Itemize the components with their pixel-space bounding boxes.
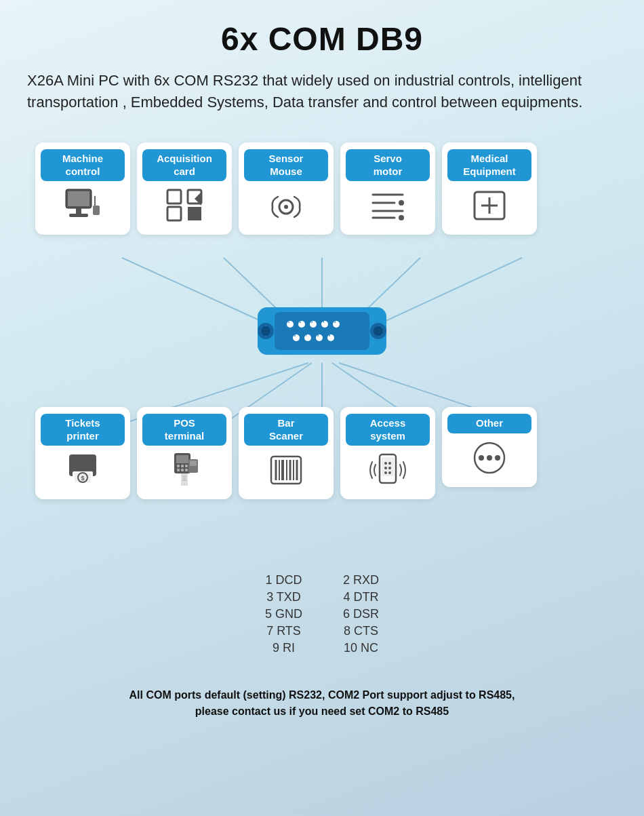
svg-rect-67 <box>181 469 184 471</box>
card-other-label: Other <box>447 414 531 433</box>
svg-rect-13 <box>69 214 88 217</box>
card-servo-motor-label: Servomotor <box>346 149 430 182</box>
card-acquisition-card: Acquisitioncard <box>137 142 232 235</box>
svg-point-53 <box>261 326 270 336</box>
svg-point-86 <box>388 462 391 465</box>
svg-rect-63 <box>177 465 180 467</box>
svg-rect-33 <box>275 312 369 350</box>
svg-text:8: 8 <box>317 333 319 337</box>
card-sensor-mouse: SensorMouse <box>239 142 334 235</box>
card-access-label: Accesssystem <box>346 414 430 446</box>
svg-rect-18 <box>167 207 181 220</box>
card-tickets-label: Ticketsprinter <box>41 414 125 446</box>
card-bar-scanner-label: BarScaner <box>244 414 328 446</box>
svg-point-93 <box>487 455 492 461</box>
svg-point-89 <box>384 471 387 474</box>
pinout-right-column: 2 RXD 4 DTR 6 DSR 8 CTS 10 NC <box>343 573 379 655</box>
pin-8-cts: 8 CTS <box>343 624 379 638</box>
card-medical-icon <box>469 187 510 228</box>
card-acquisition-label: Acquisitioncard <box>142 149 226 182</box>
card-access-system: Accesssystem <box>340 407 435 500</box>
pin-3-txd: 3 TXD <box>265 590 302 604</box>
svg-rect-12 <box>76 208 81 214</box>
svg-rect-16 <box>167 190 181 203</box>
svg-text:9: 9 <box>329 333 331 337</box>
svg-rect-64 <box>181 465 184 467</box>
card-pos-label: POSterminal <box>142 414 226 446</box>
svg-point-85 <box>384 462 387 465</box>
card-sensor-mouse-label: SensorMouse <box>244 149 328 182</box>
svg-point-94 <box>495 455 500 461</box>
svg-text:2: 2 <box>300 319 302 324</box>
svg-text:$: $ <box>81 475 84 482</box>
pin-4-dtr: 4 DTR <box>343 590 379 604</box>
svg-point-92 <box>479 455 484 461</box>
svg-rect-68 <box>185 469 188 471</box>
card-machine-control: Machinecontrol <box>35 142 130 235</box>
card-bar-scanner-icon <box>266 451 306 492</box>
svg-rect-62 <box>176 455 188 463</box>
svg-point-25 <box>399 200 404 206</box>
footer-text: All COM ports default (setting) RS232, C… <box>129 689 515 718</box>
pin-5-gnd: 5 GND <box>265 607 302 621</box>
pinout-section: 1 DCD 3 TXD 5 GND 7 RTS 9 RI 2 RXD 4 DTR… <box>27 573 617 655</box>
svg-text:4: 4 <box>323 319 325 324</box>
svg-rect-11 <box>68 191 89 206</box>
svg-rect-65 <box>185 465 188 467</box>
page-title: 6x COM DB9 <box>27 20 617 58</box>
svg-point-28 <box>399 215 404 220</box>
svg-point-90 <box>388 471 391 474</box>
db9-connector: 1 2 3 4 5 6 7 8 9 <box>237 297 407 368</box>
svg-text:1: 1 <box>288 319 290 324</box>
svg-rect-69 <box>181 473 188 486</box>
svg-rect-74 <box>190 461 197 466</box>
card-pos-icon <box>164 451 205 492</box>
pin-6-dsr: 6 DSR <box>343 607 379 621</box>
svg-text:6: 6 <box>294 333 296 337</box>
pin-2-rxd: 2 RXD <box>343 573 379 587</box>
card-machine-control-icon <box>62 187 103 228</box>
card-servo-motor: Servomotor <box>340 142 435 235</box>
pin-1-dcd: 1 DCD <box>265 573 302 587</box>
pinout-left-column: 1 DCD 3 TXD 5 GND 7 RTS 9 RI <box>265 573 302 655</box>
card-tickets-icon: $ <box>62 451 103 492</box>
svg-text:7: 7 <box>306 333 308 337</box>
pin-7-rts: 7 RTS <box>265 624 302 638</box>
card-machine-control-label: Machinecontrol <box>41 149 125 182</box>
card-acquisition-icon <box>164 187 205 228</box>
svg-rect-84 <box>382 457 394 476</box>
card-tickets-printer: Ticketsprinter $ <box>35 407 130 500</box>
footer-note: All COM ports default (setting) RS232, C… <box>44 670 600 720</box>
diagram-area: Machinecontrol Acquisitioncard <box>27 132 617 553</box>
svg-point-88 <box>388 467 391 469</box>
svg-point-87 <box>384 467 387 469</box>
card-pos-terminal: POSterminal <box>137 407 232 500</box>
pin-9-ri: 9 RI <box>265 641 302 655</box>
card-bar-scanner: BarScaner <box>239 407 334 500</box>
svg-point-55 <box>374 326 383 336</box>
card-sensor-mouse-icon <box>266 187 306 228</box>
svg-rect-14 <box>93 206 100 215</box>
svg-rect-66 <box>177 469 180 471</box>
card-medical-label: MedicalEquipment <box>447 149 531 182</box>
card-medical-equipment: MedicalEquipment <box>442 142 537 235</box>
svg-marker-19 <box>188 207 201 220</box>
card-other: Other <box>442 407 537 487</box>
card-access-icon <box>367 451 408 492</box>
card-servo-motor-icon <box>367 187 408 228</box>
pin-10-nc: 10 NC <box>343 641 379 655</box>
svg-point-22 <box>284 205 288 209</box>
svg-text:3: 3 <box>311 319 313 324</box>
svg-text:5: 5 <box>334 319 336 324</box>
card-other-icon <box>469 439 510 480</box>
page-description: X26A Mini PC with 6x COM RS232 that wide… <box>27 70 583 113</box>
